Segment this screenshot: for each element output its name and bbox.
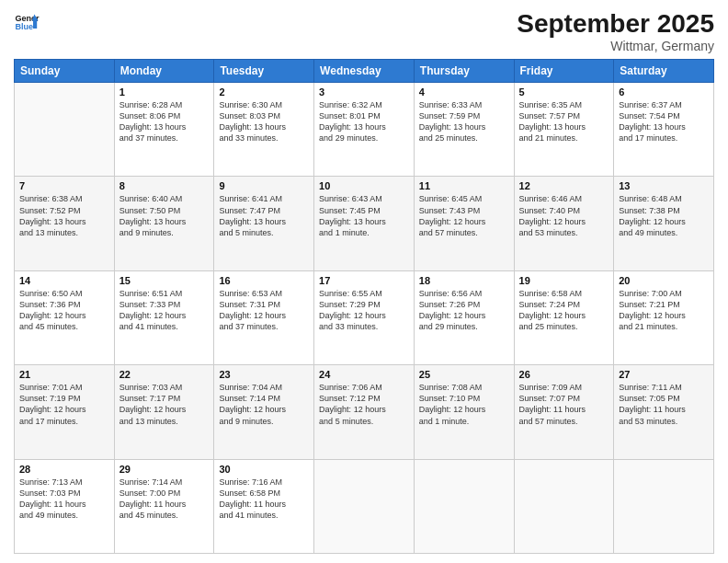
calendar-cell: 16Sunrise: 6:53 AM Sunset: 7:31 PM Dayli… xyxy=(214,270,314,364)
day-number: 16 xyxy=(219,275,309,286)
day-info: Sunrise: 7:00 AM Sunset: 7:21 PM Dayligh… xyxy=(619,288,709,333)
day-info: Sunrise: 6:30 AM Sunset: 8:03 PM Dayligh… xyxy=(219,99,309,144)
day-number: 12 xyxy=(519,180,609,191)
day-info: Sunrise: 6:40 AM Sunset: 7:50 PM Dayligh… xyxy=(119,193,210,238)
calendar-week-row: 1Sunrise: 6:28 AM Sunset: 8:06 PM Daylig… xyxy=(15,83,714,177)
calendar-cell: 13Sunrise: 6:48 AM Sunset: 7:38 PM Dayli… xyxy=(614,177,714,270)
day-number: 8 xyxy=(119,180,210,191)
day-info: Sunrise: 6:41 AM Sunset: 7:47 PM Dayligh… xyxy=(219,193,309,238)
day-number: 24 xyxy=(319,369,409,380)
day-info: Sunrise: 6:56 AM Sunset: 7:26 PM Dayligh… xyxy=(419,288,509,333)
calendar-header-thursday: Thursday xyxy=(414,60,514,83)
calendar-header-friday: Friday xyxy=(514,60,614,83)
day-number: 21 xyxy=(19,369,109,380)
calendar-cell: 29Sunrise: 7:14 AM Sunset: 7:00 PM Dayli… xyxy=(114,459,214,553)
day-number: 23 xyxy=(219,369,309,380)
calendar-cell: 23Sunrise: 7:04 AM Sunset: 7:14 PM Dayli… xyxy=(214,365,314,459)
day-number: 4 xyxy=(419,86,509,98)
calendar-body: 1Sunrise: 6:28 AM Sunset: 8:06 PM Daylig… xyxy=(15,83,714,554)
day-info: Sunrise: 7:11 AM Sunset: 7:05 PM Dayligh… xyxy=(619,382,709,427)
svg-text:Blue: Blue xyxy=(15,22,33,31)
calendar-cell: 11Sunrise: 6:45 AM Sunset: 7:43 PM Dayli… xyxy=(414,177,514,270)
day-info: Sunrise: 7:09 AM Sunset: 7:07 PM Dayligh… xyxy=(519,382,609,427)
calendar-cell: 21Sunrise: 7:01 AM Sunset: 7:19 PM Dayli… xyxy=(15,365,115,459)
day-number: 18 xyxy=(419,275,509,286)
calendar-cell: 10Sunrise: 6:43 AM Sunset: 7:45 PM Dayli… xyxy=(314,177,415,270)
calendar-cell: 9Sunrise: 6:41 AM Sunset: 7:47 PM Daylig… xyxy=(214,177,314,270)
day-info: Sunrise: 6:35 AM Sunset: 7:57 PM Dayligh… xyxy=(519,99,609,144)
day-info: Sunrise: 6:46 AM Sunset: 7:40 PM Dayligh… xyxy=(519,193,609,238)
calendar-week-row: 28Sunrise: 7:13 AM Sunset: 7:03 PM Dayli… xyxy=(15,459,714,553)
day-number: 9 xyxy=(219,180,309,191)
day-number: 22 xyxy=(119,369,210,380)
day-info: Sunrise: 6:32 AM Sunset: 8:01 PM Dayligh… xyxy=(319,99,409,144)
day-number: 17 xyxy=(319,275,409,286)
month-title: September 2025 xyxy=(517,9,714,39)
calendar-header-row: SundayMondayTuesdayWednesdayThursdayFrid… xyxy=(15,60,714,83)
day-number: 28 xyxy=(19,464,109,475)
calendar-cell: 1Sunrise: 6:28 AM Sunset: 8:06 PM Daylig… xyxy=(114,83,214,177)
calendar-cell: 18Sunrise: 6:56 AM Sunset: 7:26 PM Dayli… xyxy=(414,270,514,364)
calendar-cell: 17Sunrise: 6:55 AM Sunset: 7:29 PM Dayli… xyxy=(314,270,415,364)
day-info: Sunrise: 6:48 AM Sunset: 7:38 PM Dayligh… xyxy=(619,193,709,238)
day-info: Sunrise: 6:45 AM Sunset: 7:43 PM Dayligh… xyxy=(419,193,509,238)
day-number: 26 xyxy=(519,369,609,380)
logo-icon: General Blue xyxy=(14,9,40,35)
calendar-cell: 26Sunrise: 7:09 AM Sunset: 7:07 PM Dayli… xyxy=(514,365,614,459)
day-info: Sunrise: 6:58 AM Sunset: 7:24 PM Dayligh… xyxy=(519,288,609,333)
calendar-table: SundayMondayTuesdayWednesdayThursdayFrid… xyxy=(14,59,714,554)
day-number: 10 xyxy=(319,180,409,191)
calendar-cell: 28Sunrise: 7:13 AM Sunset: 7:03 PM Dayli… xyxy=(15,459,115,553)
calendar-cell xyxy=(15,83,115,177)
calendar-cell: 27Sunrise: 7:11 AM Sunset: 7:05 PM Dayli… xyxy=(614,365,714,459)
calendar-cell: 22Sunrise: 7:03 AM Sunset: 7:17 PM Dayli… xyxy=(114,365,214,459)
day-info: Sunrise: 7:16 AM Sunset: 6:58 PM Dayligh… xyxy=(219,477,309,522)
calendar-cell: 20Sunrise: 7:00 AM Sunset: 7:21 PM Dayli… xyxy=(614,270,714,364)
calendar-cell xyxy=(414,459,514,553)
calendar-cell: 2Sunrise: 6:30 AM Sunset: 8:03 PM Daylig… xyxy=(214,83,314,177)
calendar-cell: 24Sunrise: 7:06 AM Sunset: 7:12 PM Dayli… xyxy=(314,365,415,459)
location: Wittmar, Germany xyxy=(517,39,714,53)
day-number: 3 xyxy=(319,86,409,98)
day-info: Sunrise: 6:33 AM Sunset: 7:59 PM Dayligh… xyxy=(419,99,509,144)
calendar-cell: 3Sunrise: 6:32 AM Sunset: 8:01 PM Daylig… xyxy=(314,83,415,177)
day-info: Sunrise: 7:04 AM Sunset: 7:14 PM Dayligh… xyxy=(219,382,309,427)
title-section: September 2025 Wittmar, Germany xyxy=(517,9,714,53)
calendar-header-wednesday: Wednesday xyxy=(314,60,415,83)
calendar-cell: 8Sunrise: 6:40 AM Sunset: 7:50 PM Daylig… xyxy=(114,177,214,270)
day-info: Sunrise: 6:43 AM Sunset: 7:45 PM Dayligh… xyxy=(319,193,409,238)
calendar-week-row: 21Sunrise: 7:01 AM Sunset: 7:19 PM Dayli… xyxy=(15,365,714,459)
calendar-cell: 15Sunrise: 6:51 AM Sunset: 7:33 PM Dayli… xyxy=(114,270,214,364)
day-number: 15 xyxy=(119,275,210,286)
day-info: Sunrise: 7:08 AM Sunset: 7:10 PM Dayligh… xyxy=(419,382,509,427)
day-number: 14 xyxy=(19,275,109,286)
calendar-cell xyxy=(514,459,614,553)
calendar-cell: 5Sunrise: 6:35 AM Sunset: 7:57 PM Daylig… xyxy=(514,83,614,177)
day-info: Sunrise: 7:06 AM Sunset: 7:12 PM Dayligh… xyxy=(319,382,409,427)
page-header: General Blue September 2025 Wittmar, Ger… xyxy=(14,9,714,53)
calendar-header-saturday: Saturday xyxy=(614,60,714,83)
day-number: 1 xyxy=(119,86,210,98)
calendar-cell: 25Sunrise: 7:08 AM Sunset: 7:10 PM Dayli… xyxy=(414,365,514,459)
calendar-cell: 30Sunrise: 7:16 AM Sunset: 6:58 PM Dayli… xyxy=(214,459,314,553)
calendar-cell: 12Sunrise: 6:46 AM Sunset: 7:40 PM Dayli… xyxy=(514,177,614,270)
day-info: Sunrise: 7:14 AM Sunset: 7:00 PM Dayligh… xyxy=(119,477,210,522)
calendar-header-tuesday: Tuesday xyxy=(214,60,314,83)
day-number: 5 xyxy=(519,86,609,98)
day-info: Sunrise: 6:38 AM Sunset: 7:52 PM Dayligh… xyxy=(19,193,109,238)
day-number: 25 xyxy=(419,369,509,380)
calendar-week-row: 7Sunrise: 6:38 AM Sunset: 7:52 PM Daylig… xyxy=(15,177,714,270)
day-info: Sunrise: 6:28 AM Sunset: 8:06 PM Dayligh… xyxy=(119,99,210,144)
day-number: 2 xyxy=(219,86,309,98)
day-number: 27 xyxy=(619,369,709,380)
day-number: 7 xyxy=(19,180,109,191)
day-number: 11 xyxy=(419,180,509,191)
calendar-cell: 6Sunrise: 6:37 AM Sunset: 7:54 PM Daylig… xyxy=(614,83,714,177)
day-number: 20 xyxy=(619,275,709,286)
day-info: Sunrise: 7:01 AM Sunset: 7:19 PM Dayligh… xyxy=(19,382,109,427)
day-number: 13 xyxy=(619,180,709,191)
day-info: Sunrise: 7:03 AM Sunset: 7:17 PM Dayligh… xyxy=(119,382,210,427)
day-info: Sunrise: 6:55 AM Sunset: 7:29 PM Dayligh… xyxy=(319,288,409,333)
calendar-cell: 4Sunrise: 6:33 AM Sunset: 7:59 PM Daylig… xyxy=(414,83,514,177)
calendar-header-monday: Monday xyxy=(114,60,214,83)
